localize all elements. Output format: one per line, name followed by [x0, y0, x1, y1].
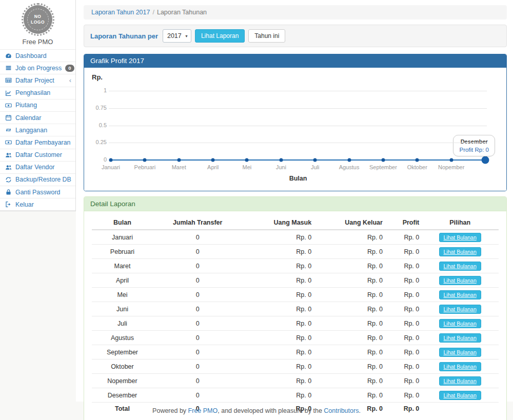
sidebar-item-label: Keluar	[15, 201, 34, 208]
lihat-bulanan-button[interactable]: Lihat Bulanan	[439, 262, 481, 271]
cell-bulan: Nopember	[92, 374, 153, 388]
cell-profit: Rp. 0	[385, 273, 421, 288]
cell-transfer: 0	[153, 374, 242, 388]
chevron-left-icon: ‹	[69, 77, 71, 84]
sidebar-item-daftar-vendor[interactable]: Daftar Vendor	[0, 162, 75, 174]
cell-profit: Rp. 0	[385, 345, 421, 359]
chart-point-juni[interactable]	[279, 158, 283, 162]
table-row-pebruari: Pebruari0Rp. 0Rp. 0Rp. 0Lihat Bulanan	[92, 245, 499, 259]
sidebar-item-daftar-customer[interactable]: Daftar Customer	[0, 149, 75, 162]
profit-chart-panel: Grafik Profit 2017 Rp. JanuariPebruariMa…	[84, 54, 507, 191]
sidebar-nav: DashboardJob on Progress0Daftar Project‹…	[0, 50, 75, 211]
cell-pilihan: Lihat Bulanan	[421, 316, 499, 331]
caret-down-icon: ▼	[185, 34, 188, 38]
sidebar-item-daftar-project[interactable]: Daftar Project‹	[0, 74, 75, 87]
cell-profit: Rp. 0	[385, 359, 421, 374]
cell-pilihan: Lihat Bulanan	[421, 374, 499, 388]
breadcrumb-current: Laporan Tahunan	[157, 9, 207, 16]
lihat-bulanan-button[interactable]: Lihat Bulanan	[439, 305, 481, 314]
year-select[interactable]: 2017 ▼	[163, 29, 191, 43]
cell-masuk: Rp. 0	[242, 230, 313, 245]
footer-link-freepmo[interactable]: Free PMO	[188, 407, 218, 414]
sidebar-item-backup-restore-db[interactable]: Backup/Restore DB	[0, 174, 75, 186]
lihat-laporan-button[interactable]: Lihat Laporan	[195, 29, 245, 43]
refresh-icon	[5, 176, 12, 183]
cell-bulan: September	[92, 345, 153, 359]
chart-point-mei[interactable]	[245, 158, 249, 162]
sidebar-item-langganan[interactable]: Langganan	[0, 124, 75, 136]
lihat-bulanan-button[interactable]: Lihat Bulanan	[439, 319, 481, 328]
chart-point-april[interactable]	[211, 158, 215, 162]
table-row-desember: Desember0Rp. 0Rp. 0Rp. 0Lihat Bulanan	[92, 388, 499, 403]
lihat-bulanan-button[interactable]: Lihat Bulanan	[439, 376, 481, 386]
sidebar-item-ganti-password[interactable]: Ganti Password	[0, 186, 75, 198]
tooltip-value: Profit Rp: 0	[459, 147, 489, 153]
main-row: NO LOGO Free PMO DashboardJob on Progres…	[0, 0, 513, 402]
chart-point-oktober[interactable]	[416, 158, 419, 162]
x-tick-label: April	[207, 164, 219, 170]
sidebar-item-penghasilan[interactable]: Penghasilan	[0, 87, 75, 99]
table-row-agustus: Agustus0Rp. 0Rp. 0Rp. 0Lihat Bulanan	[92, 331, 499, 345]
cell-masuk: Rp. 0	[242, 345, 313, 359]
cell-profit: Rp. 0	[385, 331, 421, 345]
cell-keluar: Rp. 0	[313, 388, 385, 403]
cell-keluar: Rp. 0	[313, 245, 385, 259]
lihat-bulanan-button[interactable]: Lihat Bulanan	[439, 233, 481, 242]
sidebar-card: NO LOGO Free PMO DashboardJob on Progres…	[0, 0, 76, 211]
cell-bulan: April	[92, 273, 153, 288]
sidebar-item-calendar[interactable]: Calendar	[0, 112, 75, 124]
sidebar-item-keluar[interactable]: Keluar	[0, 198, 75, 211]
cell-keluar: Rp. 0	[313, 259, 385, 273]
chart-point-januari[interactable]	[109, 158, 113, 162]
column-header-masuk: Uang Masuk	[242, 216, 313, 230]
sidebar-item-label: Calendar	[15, 114, 41, 122]
breadcrumb-link[interactable]: Laporan Tahun 2017	[91, 9, 150, 16]
cell-keluar: Rp. 0	[313, 302, 385, 316]
cell-pilihan: Lihat Bulanan	[421, 230, 499, 245]
table-row-mei: Mei0Rp. 0Rp. 0Rp. 0Lihat Bulanan	[92, 288, 499, 302]
x-tick-label: September	[369, 164, 397, 170]
sidebar: NO LOGO Free PMO DashboardJob on Progres…	[0, 0, 76, 402]
cell-bulan: Pebruari	[92, 245, 153, 259]
cell-transfer: 0	[153, 288, 242, 302]
cell-transfer: 0	[153, 245, 242, 259]
chart-point-agustus[interactable]	[347, 158, 351, 162]
footer-link-contributors[interactable]: Contributors	[324, 407, 359, 414]
table-row-april: April0Rp. 0Rp. 0Rp. 0Lihat Bulanan	[92, 273, 499, 288]
lihat-bulanan-button[interactable]: Lihat Bulanan	[439, 348, 481, 357]
cell-transfer: 0	[153, 331, 242, 345]
lihat-bulanan-button[interactable]: Lihat Bulanan	[439, 362, 481, 371]
sidebar-item-dashboard[interactable]: Dashboard	[0, 50, 75, 62]
detail-report-title: Detail Laporan	[84, 197, 506, 211]
chart-point-nopember[interactable]	[449, 158, 453, 162]
tahun-ini-button[interactable]: Tahun ini	[248, 29, 285, 43]
chart-title: Grafik Profit 2017	[84, 54, 506, 68]
gridline	[109, 126, 487, 126]
content-area: Laporan Tahun 2017/Laporan Tahunan Lapor…	[76, 0, 513, 402]
chart-point-maret[interactable]	[177, 158, 181, 162]
cell-bulan: Mei	[92, 288, 153, 302]
cell-transfer: 0	[153, 316, 242, 331]
cell-masuk: Rp. 0	[242, 331, 313, 345]
lihat-bulanan-button[interactable]: Lihat Bulanan	[439, 333, 481, 343]
cell-keluar: Rp. 0	[313, 288, 385, 302]
chart-point-september[interactable]	[381, 158, 385, 162]
detail-report-panel: Detail Laporan Bulan Jumlah Transfer Uan…	[84, 196, 507, 420]
cell-transfer: 0	[153, 230, 242, 245]
tooltip-month: Desember	[459, 138, 489, 145]
lihat-bulanan-button[interactable]: Lihat Bulanan	[439, 276, 481, 285]
sidebar-item-job-on-progress[interactable]: Job on Progress0	[0, 62, 75, 74]
lihat-bulanan-button[interactable]: Lihat Bulanan	[439, 247, 481, 256]
cell-pilihan: Lihat Bulanan	[421, 388, 499, 403]
lihat-bulanan-button[interactable]: Lihat Bulanan	[439, 391, 481, 400]
x-axis-labels: JanuariPebruariMaretAprilMeiJuniJuliAgus…	[111, 164, 485, 171]
sidebar-item-piutang[interactable]: Piutang	[0, 99, 75, 112]
y-tick-label: 1	[84, 87, 107, 93]
chart-point-juli[interactable]	[313, 158, 317, 162]
lihat-bulanan-button[interactable]: Lihat Bulanan	[439, 290, 481, 299]
sidebar-item-daftar-pembayaran[interactable]: Daftar Pembayaran	[0, 136, 75, 149]
cell-keluar: Rp. 0	[313, 345, 385, 359]
footer: Powered by Free PMO, and developed with …	[0, 402, 513, 420]
chart-point-pebruari[interactable]	[143, 158, 147, 162]
chart-point-desember[interactable]	[482, 156, 489, 164]
